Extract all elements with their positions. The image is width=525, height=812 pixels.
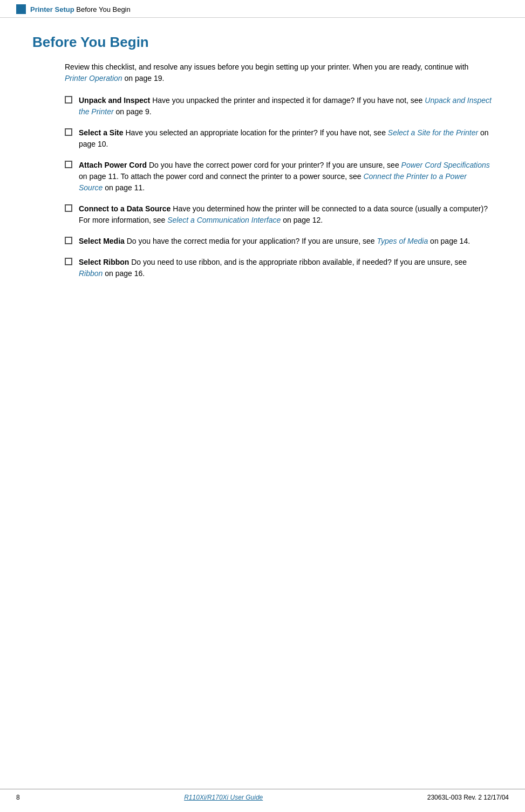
power-cord-spec-link[interactable]: Power Cord Specifications	[401, 161, 490, 169]
text-power-cord-middle: on page 11. To attach the power cord and…	[79, 172, 363, 181]
checkbox-select-media[interactable]	[65, 237, 72, 244]
text-select-media-after: on page 14.	[428, 237, 470, 245]
checklist-item-data-source: Connect to a Data Source Have you determ…	[65, 203, 493, 226]
text-select-site-before: Have you selected an appropriate locatio…	[124, 128, 388, 137]
checklist-item-select-site: Select a Site Have you selected an appro…	[65, 127, 493, 150]
page-container: Printer Setup Before You Begin Before Yo…	[0, 0, 525, 812]
breadcrumb-sub: Before You Begin	[74, 5, 131, 13]
checklist-text-data-source: Connect to a Data Source Have you determ…	[79, 203, 493, 226]
label-unpack: Unpack and Inspect	[79, 96, 150, 105]
checkbox-power-cord[interactable]	[65, 161, 72, 168]
text-select-ribbon-after: on page 16.	[103, 269, 145, 278]
select-site-link[interactable]: Select a Site for the Printer	[388, 128, 478, 137]
label-data-source: Connect to a Data Source	[79, 204, 171, 213]
checklist-item-select-ribbon: Select Ribbon Do you need to use ribbon,…	[65, 257, 493, 279]
checklist-text-select-site: Select a Site Have you selected an appro…	[79, 127, 493, 150]
footer-document-title[interactable]: R110Xi/R170Xi User Guide	[184, 794, 263, 801]
header-bar: Printer Setup Before You Begin	[0, 0, 525, 18]
text-data-source-after: on page 12.	[281, 216, 323, 224]
text-select-media-before: Do you have the correct media for your a…	[125, 237, 377, 245]
label-select-ribbon: Select Ribbon	[79, 258, 129, 266]
footer-page-number: 8	[16, 794, 20, 801]
checklist-item-unpack: Unpack and Inspect Have you unpacked the…	[65, 95, 493, 118]
footer: 8 R110Xi/R170Xi User Guide 23063L-003 Re…	[0, 789, 525, 801]
checklist-item-power-cord: Attach Power Cord Do you have the correc…	[65, 160, 493, 194]
checkbox-data-source[interactable]	[65, 204, 72, 212]
text-power-cord-before: Do you have the correct power cord for y…	[147, 161, 401, 169]
checklist-text-unpack: Unpack and Inspect Have you unpacked the…	[79, 95, 493, 118]
printer-operation-link[interactable]: Printer Operation	[65, 74, 122, 82]
checklist-text-select-media: Select Media Do you have the correct med…	[79, 236, 493, 247]
checklist-item-select-media: Select Media Do you have the correct med…	[65, 236, 493, 247]
text-unpack-before: Have you unpacked the printer and inspec…	[150, 96, 425, 105]
checkbox-select-site[interactable]	[65, 128, 72, 136]
text-select-ribbon-before: Do you need to use ribbon, and is the ap…	[129, 258, 467, 266]
comm-interface-link[interactable]: Select a Communication Interface	[167, 216, 281, 224]
checklist-text-select-ribbon: Select Ribbon Do you need to use ribbon,…	[79, 257, 493, 279]
main-content: Before You Begin Review this checklist, …	[0, 18, 525, 321]
text-power-cord-after: on page 11.	[103, 183, 145, 192]
text-unpack-after: on page 9.	[114, 107, 152, 116]
checklist-text-power-cord: Attach Power Cord Do you have the correc…	[79, 160, 493, 194]
footer-doc-info: 23063L-003 Rev. 2 12/17/04	[427, 794, 509, 801]
intro-paragraph: Review this checklist, and resolve any i…	[65, 61, 493, 84]
label-select-media: Select Media	[79, 237, 125, 245]
page-heading: Before You Begin	[32, 34, 493, 51]
checkbox-unpack[interactable]	[65, 96, 72, 104]
ribbon-link[interactable]: Ribbon	[79, 269, 103, 278]
label-select-site: Select a Site	[79, 128, 124, 137]
types-of-media-link[interactable]: Types of Media	[377, 237, 428, 245]
book-icon	[16, 4, 26, 14]
intro-text-before: Review this checklist, and resolve any i…	[65, 63, 468, 71]
intro-text-after: on page 19.	[122, 74, 165, 82]
checkbox-select-ribbon[interactable]	[65, 258, 72, 265]
label-power-cord: Attach Power Cord	[79, 161, 147, 169]
breadcrumb-title: Printer Setup	[30, 5, 74, 13]
